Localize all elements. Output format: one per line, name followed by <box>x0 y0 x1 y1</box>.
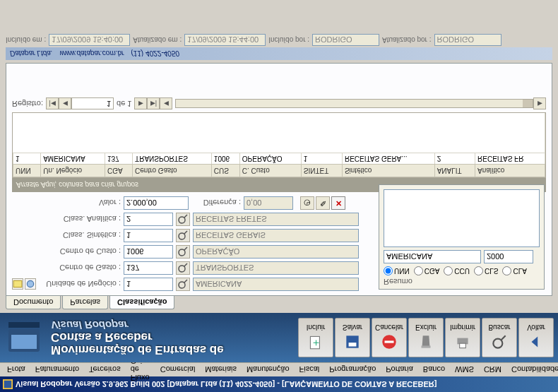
hscrollbar[interactable] <box>175 100 533 109</box>
svg-point-17 <box>27 281 33 287</box>
buscar-button[interactable]: Buscar <box>482 318 517 357</box>
svg-rect-4 <box>8 322 40 328</box>
menu-manutencao[interactable]: Manutenção <box>242 364 294 376</box>
resumo-listarea <box>384 189 540 247</box>
nav-first-icon[interactable]: |◀ <box>46 98 59 110</box>
radio-cga[interactable]: CGA <box>414 266 440 275</box>
nav-last-icon[interactable]: ▶| <box>147 98 160 110</box>
scroll-thumb[interactable] <box>523 100 533 108</box>
unit-icon-1[interactable] <box>12 279 23 290</box>
clock-icon[interactable]: ◷ <box>300 196 314 210</box>
menu-wms[interactable]: WMS <box>451 364 478 376</box>
anal-code[interactable] <box>124 213 173 226</box>
radio-unn[interactable]: UNN <box>384 266 410 275</box>
menu-comercial[interactable]: Comercial <box>156 364 200 376</box>
edit-icon[interactable]: ✎ <box>316 196 330 210</box>
menu-fiscal[interactable]: Fiscal <box>295 364 324 376</box>
record-navigator: Registro: |◀ ◀ de 1 ▶ ▶| ◀ ▶ <box>12 98 546 110</box>
menu-programacao[interactable]: Programação <box>325 364 380 376</box>
upd-value <box>184 34 266 46</box>
grid-blank-area <box>13 114 545 153</box>
delete-row-icon[interactable]: ✕ <box>331 196 345 210</box>
window-title: Visual Rodopar Versão 2.9.962 Build 002 … <box>16 380 555 388</box>
anal-lookup[interactable] <box>176 213 190 226</box>
tab-classificacao[interactable]: Classificação <box>109 296 174 309</box>
cancelar-button[interactable]: Cancelar <box>372 318 407 357</box>
voltar-button[interactable]: Voltar <box>518 318 554 357</box>
recnav-pos[interactable] <box>71 98 114 110</box>
dif-label: Diferença : <box>191 199 241 208</box>
childcap-url: www.datapar.com.br <box>60 50 124 58</box>
classificacao-grid[interactable]: UNN Un. Negócio CGA Centro Gasto CUS C. … <box>12 113 546 179</box>
centroc-code[interactable] <box>124 245 173 259</box>
resumo-desc[interactable] <box>384 250 481 263</box>
svg-line-27 <box>184 215 188 219</box>
module-banner: Movimentação de Entradas de Contas a Rec… <box>0 313 558 362</box>
centrog-code[interactable] <box>124 261 173 275</box>
menu-terceiros[interactable]: Terceiros <box>85 364 125 376</box>
childcap-company: Datapar Ltda. <box>10 50 53 58</box>
incby-value <box>312 34 379 46</box>
radio-ccu[interactable]: CCU <box>444 266 470 275</box>
sint-code[interactable] <box>124 229 173 242</box>
unit-icon-2[interactable] <box>25 279 36 290</box>
menu-frota[interactable]: Frota <box>3 364 30 376</box>
svg-rect-11 <box>422 346 431 348</box>
centroc-lookup[interactable] <box>176 245 190 259</box>
menu-faturamento[interactable]: Faturamento <box>31 364 83 376</box>
menu-banco[interactable]: Banco <box>419 364 449 376</box>
centrog-desc <box>193 261 359 275</box>
resumo-box: Resumo UNN CGA CCU CLS CLA <box>379 184 545 290</box>
sint-label: Class. Sintética : <box>43 232 121 240</box>
sint-desc <box>193 229 359 242</box>
tab-documento[interactable]: Documento <box>6 296 61 309</box>
nav-right-icon[interactable]: ▶ <box>533 98 546 110</box>
centrog-lookup[interactable] <box>176 261 190 275</box>
menu-crm[interactable]: CRM <box>480 364 506 376</box>
sint-lookup[interactable] <box>176 229 190 242</box>
svg-line-19 <box>184 280 188 284</box>
valor-input[interactable] <box>124 196 189 210</box>
svg-line-23 <box>184 248 188 251</box>
svg-rect-16 <box>13 281 22 287</box>
nav-left-icon[interactable]: ◀ <box>160 98 172 110</box>
back-icon <box>527 333 545 352</box>
excluir-button[interactable]: Excluir <box>408 318 444 357</box>
incluir-button[interactable]: ＋ Incluir <box>298 318 333 357</box>
recnav-label: Registro: <box>12 100 43 108</box>
radio-cla[interactable]: CLA <box>502 266 526 275</box>
grid-row[interactable]: 1 AMERICANA 137 TRANSPORTES 1006 OPERAÇÃ… <box>13 153 545 165</box>
imprimir-button[interactable]: Imprimir <box>445 318 480 357</box>
salvar-button[interactable]: Salvar <box>335 318 370 357</box>
nav-prev-icon[interactable]: ◀ <box>59 98 71 110</box>
anal-desc <box>193 213 359 226</box>
incby-label: Incluído por : <box>268 36 309 44</box>
unidade-lookup[interactable] <box>176 278 190 291</box>
menu-bar: Frota Faturamento Terceiros Fluxo de Cai… <box>0 362 558 376</box>
plus-doc-icon: ＋ <box>307 333 325 352</box>
resumo-amount[interactable] <box>484 250 533 263</box>
anal-label: Class. Analítica : <box>43 215 121 224</box>
menu-portaria[interactable]: Portaria <box>381 364 417 376</box>
menu-contab[interactable]: Contabilidade <box>507 364 558 376</box>
unidade-label: Unidade de Negócio : <box>43 280 121 289</box>
menu-materiais[interactable]: Materiais <box>201 364 241 376</box>
unidade-desc <box>193 278 359 291</box>
app-icon <box>3 379 13 389</box>
printer-icon <box>453 333 472 352</box>
svg-line-21 <box>184 264 188 268</box>
svg-text:＋: ＋ <box>311 338 321 350</box>
tab-strip: Documento Parcelas Classificação <box>0 296 558 313</box>
trash-icon <box>417 333 435 352</box>
svg-line-15 <box>501 336 506 341</box>
tab-parcelas[interactable]: Parcelas <box>62 296 108 309</box>
updby-label: Atualizado por : <box>382 36 432 44</box>
unidade-code[interactable] <box>124 278 173 291</box>
svg-rect-13 <box>460 344 466 349</box>
radio-cls[interactable]: CLS <box>474 266 498 275</box>
child-caption-bar: Datapar Ltda. www.datapar.com.br (11) 40… <box>6 47 552 60</box>
window-titlebar: Visual Rodopar Versão 2.9.962 Build 002 … <box>0 376 558 392</box>
cancel-icon <box>380 333 398 352</box>
nav-next-icon[interactable]: ▶ <box>134 98 147 110</box>
search-icon <box>490 333 509 352</box>
